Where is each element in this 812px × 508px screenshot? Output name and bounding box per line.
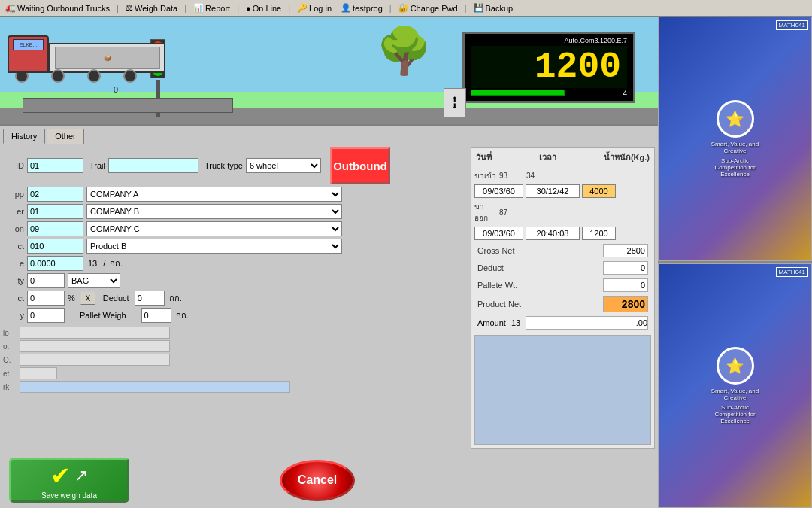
row2-input[interactable]: [27, 187, 83, 202]
right-side-panel: MATH041 ⭐ Smart, Value, and Creative Sub…: [658, 17, 812, 508]
save-button[interactable]: ✔ ↗ Save weigh data: [9, 458, 129, 503]
in-date-input[interactable]: [474, 184, 523, 198]
truck-type-select[interactable]: 6 wheel 10 wheel 18 wheel: [246, 158, 321, 173]
pallete-label: Pallete Wt.: [477, 281, 517, 290]
form-row-1: ID Trail Truck type 6 wheel 10 wheel 18 …: [3, 147, 468, 184]
left-panel: ELKE... 📦 0 🌳: [0, 17, 658, 508]
side-badge-1: MATH041: [776, 20, 808, 30]
weight-bar: [471, 90, 565, 96]
in-time-input[interactable]: [526, 184, 580, 198]
product-net-value: 2800: [603, 296, 648, 312]
tabs-bar: History Other: [0, 126, 658, 144]
product-select[interactable]: Product B: [86, 239, 342, 254]
form-row-qty: ty BAG KG: [3, 273, 468, 288]
sep6: |: [465, 4, 467, 13]
side-image-1: MATH041 ⭐ Smart, Value, and Creative Sub…: [658, 17, 812, 261]
tree-decoration: 🌳: [376, 24, 432, 78]
amount-row: Amount 13: [474, 315, 651, 330]
wheel-2: [51, 69, 65, 83]
truck-cab: ELKE...: [8, 35, 49, 73]
bottom-bar: ✔ ↗ Save weigh data Cancel: [0, 452, 658, 508]
company1-select[interactable]: COMPANY A: [86, 187, 342, 202]
menu-user[interactable]: 👤 testprog: [338, 2, 385, 14]
menu-waiting-label: Waiting Outbound Trucks: [17, 4, 110, 13]
extra1-label: lo: [3, 329, 18, 337]
weight-slash: /: [103, 259, 105, 268]
in-weight-input[interactable]: [582, 184, 616, 198]
deduct-label: ct: [3, 294, 24, 303]
menu-weigh[interactable]: ⚖ Weigh Data: [123, 2, 180, 14]
id-input[interactable]: [27, 158, 83, 173]
x-button[interactable]: X: [80, 291, 95, 305]
cancel-button[interactable]: Cancel: [280, 460, 355, 501]
scale-indicator: ⬆ ⬇: [444, 88, 466, 118]
row4-input[interactable]: [27, 221, 83, 236]
header-weight: น้ำหนัก(Kg.): [604, 151, 650, 164]
form-row-4: on COMPANY C: [3, 221, 468, 236]
deduct-label2: Deduct: [103, 294, 129, 303]
row4-label: on: [3, 224, 24, 233]
truck-icon: 🚛: [5, 3, 16, 13]
accept-icon: ✔: [50, 461, 71, 490]
menu-report[interactable]: 📊 Report: [191, 2, 232, 14]
extra1-input[interactable]: [20, 327, 170, 339]
deduct-value-panel: 0: [603, 261, 648, 275]
deduct-label-panel: Deduct: [477, 263, 504, 272]
trail-input[interactable]: [108, 158, 198, 173]
form-row-5: ct Product B: [3, 239, 468, 254]
scale-icon: ⚖: [126, 3, 133, 13]
report-icon: 📊: [193, 3, 204, 13]
notes-area: [474, 335, 651, 445]
qty-unit-select[interactable]: BAG KG: [68, 273, 120, 288]
save-label: Save weigh data: [41, 491, 97, 500]
right-date-panel: วันที่ เวลา น้ำหนัก(Kg.) ขาเข้า 93 34: [471, 147, 655, 449]
gross-net-value: 2800: [603, 244, 648, 257]
outbound-button[interactable]: Outbound: [330, 147, 390, 184]
pallet-input[interactable]: [27, 308, 65, 323]
form-row-weight: e 13 / กก.: [3, 256, 468, 271]
extra4-input[interactable]: [20, 367, 57, 379]
inbound-label-row: ขาเข้า 93 34: [474, 170, 651, 181]
extra-row-3: O.: [3, 354, 468, 366]
pct-unit: %: [68, 294, 75, 303]
extra2-input[interactable]: [20, 340, 170, 352]
out-time-input[interactable]: [526, 227, 580, 240]
weight-bar-num: 4: [623, 90, 627, 98]
pallet-weigh-input[interactable]: [141, 308, 171, 323]
truck-type-label: Truck type: [205, 161, 243, 170]
weight-input[interactable]: [27, 256, 83, 271]
menu-online[interactable]: ● On Line: [244, 3, 283, 14]
header-date: วันที่: [476, 151, 492, 164]
menu-changepwd-label: Change Pwd: [411, 4, 458, 13]
sep2: |: [184, 4, 186, 13]
company2-select[interactable]: COMPANY B: [86, 204, 342, 219]
company3-select[interactable]: COMPANY C: [86, 221, 342, 236]
menu-backup[interactable]: 💾 Backup: [471, 2, 516, 14]
amount-input[interactable]: [526, 316, 648, 330]
form-row-3: er COMPANY B: [3, 204, 468, 219]
extra5-input[interactable]: [20, 381, 290, 393]
tab-other[interactable]: Other: [47, 129, 84, 144]
deduct-pct-input[interactable]: [27, 291, 65, 306]
tab-history[interactable]: History: [3, 129, 45, 144]
menu-login[interactable]: 🔑 Log in: [295, 2, 334, 14]
sep4: |: [288, 4, 290, 13]
outbound-data-row: [474, 227, 651, 240]
product-net-label: Product Net: [477, 300, 521, 309]
cursor-icon: ↗: [74, 466, 88, 485]
truck-area: ELKE... 📦 0 🌳: [0, 17, 658, 126]
menu-waiting[interactable]: 🚛 Waiting Outbound Trucks: [3, 2, 112, 14]
extra3-input[interactable]: [20, 354, 170, 366]
row3-input[interactable]: [27, 204, 83, 219]
form-row-deduct: ct % X Deduct กก.: [3, 291, 468, 306]
qty-input[interactable]: [27, 273, 65, 288]
row5-label: ct: [3, 242, 24, 251]
product-net-row: Product Net 2800: [474, 295, 651, 313]
deduct-value-input[interactable]: [135, 291, 165, 306]
out-date-input[interactable]: [474, 227, 523, 240]
menu-changepwd[interactable]: 🔐 Change Pwd: [396, 2, 460, 14]
sep1: |: [117, 4, 119, 13]
row5-input[interactable]: [27, 239, 83, 254]
sep5: |: [389, 4, 392, 13]
out-weight-input[interactable]: [582, 227, 616, 240]
